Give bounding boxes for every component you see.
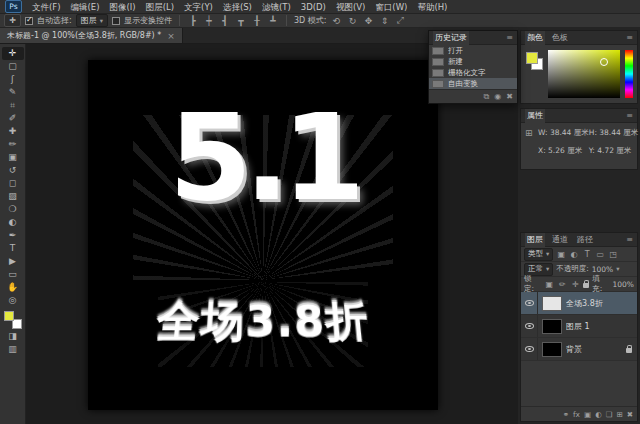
filter-pixel-layers-icon[interactable]: ▣: [556, 250, 566, 259]
layer-name[interactable]: 全场3.8折: [566, 298, 637, 309]
fill-value[interactable]: 100%: [613, 280, 634, 289]
history-state[interactable]: 打开: [429, 45, 517, 56]
brush-tool[interactable]: ✏: [2, 138, 24, 151]
tab-paths[interactable]: 路径: [575, 233, 595, 247]
menu-item-type[interactable]: 文字(Y): [179, 0, 218, 14]
y-field[interactable]: Y: 4.72 厘米: [589, 146, 638, 156]
menu-item-image[interactable]: 图像(I): [105, 0, 141, 14]
type-tool[interactable]: T: [2, 242, 24, 255]
eraser-tool[interactable]: ◻: [2, 177, 24, 190]
menu-item-window[interactable]: 窗口(W): [370, 0, 412, 14]
visibility-toggle[interactable]: [521, 292, 538, 314]
align-right-edges-icon[interactable]: ┫: [219, 16, 231, 26]
menu-item-filter[interactable]: 滤镜(T): [257, 0, 296, 14]
zoom-tool[interactable]: ◎: [2, 294, 24, 307]
layer-name[interactable]: 图层 1: [566, 321, 637, 332]
link-layers-icon[interactable]: ⚭: [563, 410, 569, 419]
panel-menu-icon[interactable]: ≡: [506, 33, 513, 42]
new-adjustment-layer-icon[interactable]: ◐: [595, 410, 602, 419]
filter-smart-objects-icon[interactable]: ◳: [608, 250, 618, 259]
3d-rotate-icon[interactable]: ⟲: [330, 16, 342, 26]
layer-row-selected[interactable]: 全场3.8折: [521, 292, 637, 315]
quick-mask-button[interactable]: ◨: [2, 330, 24, 343]
layer-mask-icon[interactable]: ▣: [584, 410, 591, 419]
align-horizontal-centers-icon[interactable]: ┿: [203, 16, 215, 26]
blur-tool[interactable]: ❍: [2, 203, 24, 216]
layer-thumbnail[interactable]: [542, 342, 562, 357]
history-state[interactable]: 新建: [429, 56, 517, 67]
eyedropper-tool[interactable]: ✐: [2, 112, 24, 125]
height-field[interactable]: H: 38.44 厘米: [589, 128, 638, 138]
menu-item-edit[interactable]: 编辑(E): [66, 0, 105, 14]
move-tool[interactable]: ✛: [2, 47, 24, 60]
hand-tool[interactable]: ✋: [2, 281, 24, 294]
layer-filter-dropdown[interactable]: 类型 ▾: [524, 248, 553, 261]
tab-color[interactable]: 颜色: [525, 31, 545, 45]
auto-select-checkbox[interactable]: [25, 17, 33, 25]
background-layer-row[interactable]: 背景: [521, 338, 637, 361]
tab-layers[interactable]: 图层: [525, 233, 545, 247]
menu-item-file[interactable]: 文件(F): [27, 0, 66, 14]
layer-row[interactable]: 图层 1: [521, 315, 637, 338]
foreground-color-swatch[interactable]: [526, 52, 538, 64]
hue-slider[interactable]: [625, 50, 633, 98]
healing-brush-tool[interactable]: ✚: [2, 125, 24, 138]
saturation-brightness-box[interactable]: [548, 50, 620, 98]
foreground-color-swatch[interactable]: [4, 311, 14, 321]
3d-pan-icon[interactable]: ✥: [362, 16, 374, 26]
menu-item-help[interactable]: 帮助(H): [412, 0, 452, 14]
quick-selection-tool[interactable]: ✎: [2, 86, 24, 99]
marquee-tool[interactable]: ▢: [2, 60, 24, 73]
path-selection-tool[interactable]: ▶: [2, 255, 24, 268]
visibility-toggle[interactable]: [521, 315, 538, 337]
width-field[interactable]: W: 38.44 厘米: [538, 128, 589, 138]
x-field[interactable]: X: 5.26 厘米: [538, 146, 589, 156]
document-tab[interactable]: 未标题-1 @ 100%(全场3.8折, RGB/8#) * ×: [0, 28, 183, 43]
show-transform-checkbox[interactable]: [112, 17, 120, 25]
tab-properties[interactable]: 属性: [525, 109, 545, 123]
menu-item-layer[interactable]: 图层(L): [141, 0, 179, 14]
crop-tool[interactable]: ⌗: [2, 99, 24, 112]
layer-style-icon[interactable]: fx: [573, 410, 580, 419]
canvas[interactable]: 5.1 全场3.8折: [88, 60, 438, 410]
layer-thumbnail[interactable]: [542, 296, 562, 311]
delete-state-icon[interactable]: ✖: [506, 92, 513, 101]
align-top-edges-icon[interactable]: ┳: [235, 16, 247, 26]
pen-tool[interactable]: ✒: [2, 229, 24, 242]
menu-item-select[interactable]: 选择(S): [218, 0, 257, 14]
3d-slide-icon[interactable]: ⇕: [378, 16, 390, 26]
panel-menu-icon[interactable]: ≡: [626, 111, 633, 120]
new-group-icon[interactable]: ❏: [606, 410, 613, 419]
clone-stamp-tool[interactable]: ▣: [2, 151, 24, 164]
new-snapshot-icon[interactable]: ◉: [494, 92, 501, 101]
new-layer-icon[interactable]: ⊞: [616, 410, 622, 419]
delete-layer-icon[interactable]: ✖: [627, 410, 633, 419]
dodge-tool[interactable]: ◐: [2, 216, 24, 229]
lock-all-icon[interactable]: [583, 283, 589, 288]
history-state[interactable]: 栅格化文字: [429, 67, 517, 78]
layer-thumbnail[interactable]: [542, 319, 562, 334]
filter-type-layers-icon[interactable]: T: [582, 250, 592, 259]
menu-item-3d[interactable]: 3D(D): [296, 0, 331, 14]
align-vertical-centers-icon[interactable]: ╂: [251, 16, 263, 26]
lasso-tool[interactable]: ʃ: [2, 73, 24, 86]
tab-channels[interactable]: 通道: [550, 233, 570, 247]
gradient-tool[interactable]: ▨: [2, 190, 24, 203]
new-doc-from-state-icon[interactable]: ⧉: [484, 92, 490, 102]
align-left-edges-icon[interactable]: ┣: [187, 16, 199, 26]
opacity-value[interactable]: 100%: [592, 265, 613, 274]
history-brush-tool[interactable]: ↺: [2, 164, 24, 177]
screen-mode-button[interactable]: ▥: [2, 343, 24, 356]
lock-pixels-icon[interactable]: ✏: [557, 280, 567, 289]
color-picker-marker[interactable]: [600, 58, 608, 66]
3d-scale-icon[interactable]: ⤢: [394, 15, 406, 26]
close-tab-icon[interactable]: ×: [167, 31, 175, 41]
panel-menu-icon[interactable]: ≡: [626, 235, 633, 244]
history-state-current[interactable]: 自由变换: [429, 78, 517, 89]
shape-tool[interactable]: ▭: [2, 268, 24, 281]
tab-swatches[interactable]: 色板: [550, 31, 570, 45]
lock-position-icon[interactable]: ✛: [570, 280, 580, 289]
align-bottom-edges-icon[interactable]: ┻: [267, 16, 279, 26]
layer-name[interactable]: 背景: [566, 344, 626, 355]
auto-select-target-dropdown[interactable]: 图层 ▾: [76, 14, 108, 27]
